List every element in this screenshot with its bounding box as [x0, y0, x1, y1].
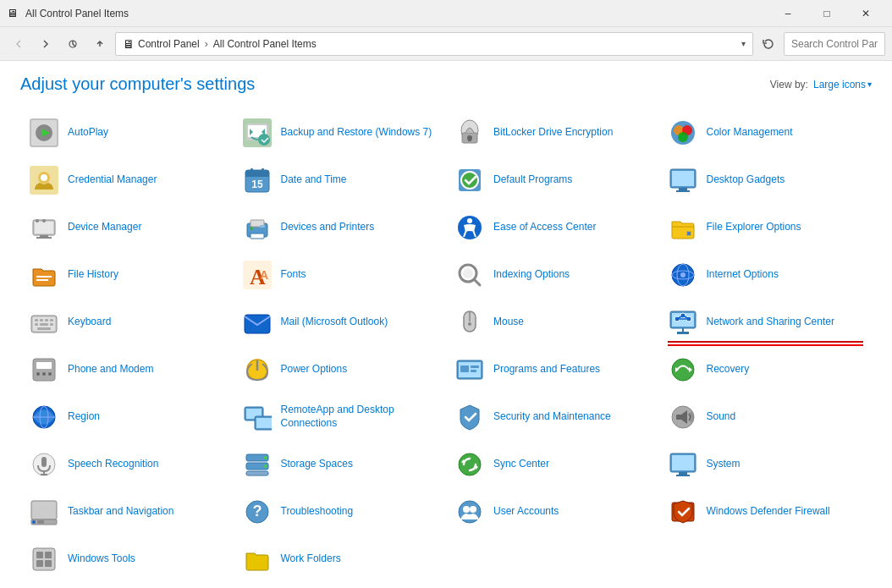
minimize-button[interactable]: – — [768, 0, 807, 27]
control-item-taskbar-nav[interactable]: Taskbar and Navigation — [20, 490, 234, 534]
storage-spaces-icon — [242, 449, 273, 480]
svg-rect-36 — [40, 235, 48, 237]
control-item-ease-of-access[interactable]: Ease of Access Center — [446, 206, 659, 250]
svg-rect-22 — [245, 174, 269, 177]
control-item-sync-center[interactable]: Sync Center — [446, 442, 659, 486]
keyboard-label: Keyboard — [68, 316, 111, 329]
back-button[interactable] — [7, 32, 30, 56]
control-item-user-accounts[interactable]: User Accounts — [446, 490, 659, 534]
svg-point-19 — [41, 174, 47, 181]
svg-line-51 — [474, 279, 480, 285]
control-item-file-history[interactable]: File History — [20, 253, 234, 297]
control-item-mail-outlook[interactable]: Mail (Microsoft Outlook) — [234, 300, 447, 344]
programs-features-icon — [454, 354, 485, 385]
bitlocker-label: BitLocker Drive Encryption — [493, 126, 613, 140]
forward-button[interactable] — [34, 32, 58, 56]
control-item-desktop-gadgets[interactable]: Desktop Gadgets — [659, 158, 873, 202]
control-item-windows-defender[interactable]: Windows Defender Firewall — [659, 490, 873, 534]
control-item-date-time[interactable]: 15Date and Time — [234, 158, 447, 202]
control-item-power-options[interactable]: Power Options — [234, 348, 447, 392]
search-input[interactable] — [784, 32, 885, 56]
svg-point-27 — [461, 172, 478, 189]
control-item-mouse[interactable]: Mouse — [446, 300, 659, 344]
user-accounts-icon — [454, 497, 485, 527]
svg-point-56 — [680, 272, 686, 278]
device-manager-icon — [29, 212, 59, 243]
svg-rect-45 — [36, 276, 52, 278]
taskbar-nav-icon — [29, 497, 59, 527]
control-item-autoplay[interactable]: AutoPlay — [20, 111, 234, 155]
control-item-work-folders[interactable]: Work Folders — [234, 537, 447, 581]
windows-defender-label: Windows Defender Firewall — [707, 505, 830, 519]
control-item-fonts[interactable]: AAFonts — [234, 253, 447, 297]
svg-rect-81 — [33, 359, 55, 381]
control-item-recovery[interactable]: Recovery — [659, 348, 873, 392]
back-icon — [14, 39, 24, 49]
svg-rect-130 — [36, 560, 43, 567]
sync-center-icon — [454, 449, 485, 480]
indexing-options-label: Indexing Options — [493, 268, 570, 282]
recent-locations-button[interactable] — [61, 32, 85, 56]
svg-text:?: ? — [252, 503, 262, 519]
control-item-windows-tools[interactable]: Windows Tools — [20, 537, 234, 581]
control-item-indexing-options[interactable]: Indexing Options — [446, 253, 659, 297]
refresh-button[interactable] — [757, 32, 780, 56]
svg-point-44 — [467, 218, 472, 223]
troubleshooting-icon: ? — [242, 497, 273, 527]
storage-spaces-label: Storage Spaces — [281, 458, 353, 471]
power-options-label: Power Options — [281, 363, 348, 376]
control-item-network-sharing[interactable]: Network and Sharing Center — [659, 300, 873, 344]
control-item-storage-spaces[interactable]: Storage Spaces — [234, 442, 447, 486]
svg-rect-91 — [471, 370, 476, 372]
svg-point-34 — [36, 219, 39, 223]
windows-tools-icon — [29, 544, 59, 574]
control-item-troubleshooting[interactable]: ?Troubleshooting — [234, 490, 447, 534]
speech-recognition-icon — [29, 449, 59, 480]
svg-rect-101 — [676, 415, 681, 420]
control-item-system[interactable]: System — [659, 442, 873, 486]
close-button[interactable]: ✕ — [846, 0, 885, 27]
svg-rect-37 — [36, 237, 52, 239]
control-panel-grid: AutoPlayBackup and Restore (Windows 7)Bi… — [20, 111, 872, 581]
control-item-default-programs[interactable]: Default Programs — [446, 158, 659, 202]
control-item-region[interactable]: Region — [20, 395, 234, 439]
control-item-keyboard[interactable]: Keyboard — [20, 300, 234, 344]
view-by-label: View by: — [770, 79, 808, 91]
sound-label: Sound — [707, 410, 736, 424]
control-item-file-explorer-opts[interactable]: File Explorer Options — [659, 206, 873, 250]
svg-point-111 — [264, 464, 267, 468]
address-breadcrumb-panel: Control Panel — [138, 38, 200, 50]
desktop-gadgets-label: Desktop Gadgets — [707, 173, 785, 187]
control-item-devices-printers[interactable]: Devices and Printers — [234, 206, 447, 250]
svg-rect-82 — [36, 362, 52, 369]
svg-rect-61 — [45, 319, 48, 321]
svg-rect-127 — [33, 548, 55, 570]
file-history-label: File History — [68, 268, 118, 282]
address-bar[interactable]: 🖥 Control Panel › All Control Panel Item… — [115, 32, 753, 56]
address-chevron-icon[interactable]: ▾ — [741, 39, 746, 48]
up-button[interactable] — [88, 32, 112, 56]
windows-defender-icon — [668, 497, 698, 527]
control-item-sound[interactable]: Sound — [659, 395, 873, 439]
title-bar-title: All Control Panel Items — [25, 8, 129, 19]
control-item-color-mgmt[interactable]: Color Management — [659, 111, 873, 155]
maximize-button[interactable]: □ — [807, 0, 846, 27]
control-item-speech-recognition[interactable]: Speech Recognition — [20, 442, 234, 486]
view-by-value[interactable]: Large icons ▾ — [813, 79, 872, 91]
default-programs-icon — [454, 165, 485, 195]
control-item-credential-mgr[interactable]: Credential Manager — [20, 158, 234, 202]
date-time-icon: 15 — [242, 165, 273, 195]
svg-rect-66 — [37, 327, 51, 330]
control-item-phone-modem[interactable]: Phone and Modem — [20, 348, 234, 392]
control-item-bitlocker[interactable]: BitLocker Drive Encryption — [446, 111, 659, 155]
control-item-internet-options[interactable]: Internet Options — [659, 253, 873, 297]
control-item-security-maintenance[interactable]: Security and Maintenance — [446, 395, 659, 439]
fonts-icon: AA — [242, 260, 273, 290]
control-item-backup-restore[interactable]: Backup and Restore (Windows 7) — [234, 111, 447, 155]
network-sharing-label: Network and Sharing Center — [707, 316, 834, 329]
control-item-programs-features[interactable]: Programs and Features — [446, 348, 659, 392]
svg-point-52 — [463, 268, 473, 278]
phone-modem-label: Phone and Modem — [68, 363, 153, 376]
control-item-device-manager[interactable]: Device Manager — [20, 206, 234, 250]
control-item-remoteapp[interactable]: RemoteApp and Desktop Connections — [234, 395, 447, 439]
